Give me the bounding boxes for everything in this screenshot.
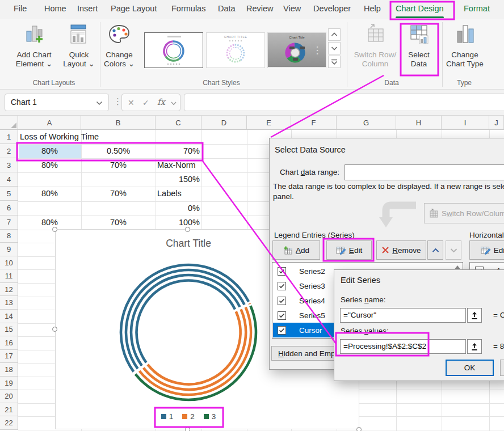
- change-chart-type-button[interactable]: Change Chart Type: [443, 23, 486, 69]
- legend-item-2[interactable]: 2: [182, 412, 195, 421]
- chart-style-thumb-1[interactable]: [144, 32, 203, 68]
- row-header-5[interactable]: 5: [0, 187, 18, 201]
- add-series-button[interactable]: Add: [272, 240, 320, 260]
- series-checkbox[interactable]: [278, 282, 286, 290]
- column-header-C[interactable]: C: [156, 116, 201, 130]
- doughnut-segment[interactable]: [126, 270, 245, 369]
- tab-help[interactable]: Help: [364, 4, 381, 15]
- row-header-6[interactable]: 6: [0, 201, 18, 216]
- column-header-B[interactable]: B: [81, 116, 156, 130]
- cell-A7[interactable]: 80%: [18, 216, 81, 230]
- row-header-13[interactable]: 13: [0, 296, 18, 310]
- column-header-A[interactable]: A: [18, 116, 81, 130]
- tab-page-layout[interactable]: Page Layout: [111, 4, 157, 15]
- cell-A5[interactable]: 80%: [18, 187, 81, 201]
- row-header-2[interactable]: 2: [0, 144, 18, 158]
- cancel-entry-icon[interactable]: ✕: [128, 98, 135, 107]
- series-name-input[interactable]: ="Cursor": [340, 308, 466, 323]
- chart-handle-bottom-right[interactable]: [356, 427, 362, 431]
- gallery-scroll-down-button[interactable]: [328, 42, 341, 54]
- row-header-18[interactable]: 18: [0, 363, 18, 377]
- cell-A1[interactable]: Loss of Working Time: [18, 130, 188, 144]
- horizontal-axis-edit-button[interactable]: Edit: [469, 240, 504, 260]
- chart-handle-top-center[interactable]: [185, 227, 190, 232]
- cancel-button[interactable]: [500, 360, 504, 376]
- cell-C2[interactable]: 70%: [156, 144, 201, 158]
- cell-B3[interactable]: 70%: [81, 158, 156, 172]
- tab-review[interactable]: Review: [246, 4, 274, 15]
- tab-chart-design[interactable]: Chart Design: [396, 4, 444, 15]
- gallery-scroll-up-button[interactable]: [328, 28, 341, 41]
- row-header-4[interactable]: 4: [0, 172, 18, 187]
- column-header-J[interactable]: J: [489, 116, 504, 130]
- doughnut-segment[interactable]: [137, 281, 236, 363]
- doughnut-segment[interactable]: [250, 303, 250, 304]
- series-checkbox[interactable]: [278, 311, 286, 320]
- row-header-11[interactable]: 11: [0, 269, 18, 283]
- ok-button[interactable]: OK: [446, 360, 494, 376]
- chart-style-thumb-3[interactable]: Chart Title■■■: [267, 32, 326, 68]
- cell-B5[interactable]: 70%: [81, 187, 156, 201]
- column-header-G[interactable]: G: [337, 116, 396, 130]
- series-checkbox[interactable]: [278, 267, 286, 276]
- fx-dropdown-icon[interactable]: [171, 102, 177, 105]
- series-values-input[interactable]: =Processing!$A$2:$C$2: [340, 339, 466, 354]
- row-header-20[interactable]: 20: [0, 390, 18, 403]
- chart-handle-middle-left[interactable]: [52, 327, 57, 332]
- cell-C7[interactable]: 100%: [156, 216, 201, 230]
- cell-A2[interactable]: 80%: [18, 144, 81, 158]
- chart-handle-bottom-center[interactable]: [185, 427, 190, 431]
- row-header-9[interactable]: 9: [0, 243, 18, 256]
- column-header-I[interactable]: I: [442, 116, 489, 130]
- row-header-21[interactable]: 21: [0, 403, 18, 417]
- tab-home[interactable]: Home: [44, 4, 66, 15]
- chart-handle-top-left[interactable]: [52, 227, 57, 232]
- tab-file[interactable]: File: [14, 4, 27, 15]
- chart-data-range-input[interactable]: [345, 164, 504, 180]
- tab-insert[interactable]: Insert: [77, 4, 98, 15]
- cell-C4[interactable]: 150%: [156, 172, 201, 187]
- move-series-up-button[interactable]: [427, 240, 443, 260]
- chart-legend[interactable]: 123: [103, 412, 274, 421]
- doughnut-segment[interactable]: [131, 275, 240, 366]
- tab-data[interactable]: Data: [218, 4, 236, 15]
- cell-A3[interactable]: 80%: [18, 158, 81, 172]
- row-header-8[interactable]: 8: [0, 230, 18, 243]
- row-header-1[interactable]: 1: [0, 130, 18, 144]
- cell-B2[interactable]: 0.50%: [81, 144, 156, 158]
- tab-formulas[interactable]: Formulas: [171, 4, 205, 15]
- gallery-more-button[interactable]: [328, 56, 341, 68]
- legend-item-1[interactable]: 1: [161, 412, 174, 421]
- hidden-and-empty-cells-button[interactable]: Hidden and Emp: [271, 346, 337, 361]
- edit-series-button[interactable]: Edit: [326, 240, 372, 260]
- series-name-range-button[interactable]: [467, 308, 482, 323]
- select-all-corner[interactable]: [0, 116, 18, 130]
- column-header-E[interactable]: E: [247, 116, 291, 130]
- row-header-22[interactable]: 22: [0, 416, 18, 430]
- row-header-12[interactable]: 12: [0, 283, 18, 297]
- row-header-7[interactable]: 7: [0, 216, 18, 230]
- tab-view[interactable]: View: [283, 4, 301, 15]
- change-colors-button[interactable]: Change Colors ⌄: [101, 23, 137, 69]
- doughnut-segment[interactable]: [148, 311, 240, 384]
- name-box-dropdown-icon[interactable]: [96, 101, 103, 105]
- row-header-16[interactable]: 16: [0, 336, 18, 350]
- cell-B7[interactable]: 70%: [81, 216, 156, 230]
- column-header-D[interactable]: D: [201, 116, 247, 130]
- tab-developer[interactable]: Developer: [313, 4, 351, 15]
- column-header-H[interactable]: H: [396, 116, 442, 130]
- tab-format[interactable]: Format: [464, 4, 490, 15]
- column-header-F[interactable]: F: [291, 116, 337, 130]
- row-header-19[interactable]: 19: [0, 377, 18, 390]
- cell-C6[interactable]: 0%: [156, 201, 201, 216]
- confirm-entry-icon[interactable]: ✓: [142, 98, 149, 107]
- add-chart-element-button[interactable]: Add Chart Element ⌄: [7, 23, 61, 69]
- series-checkbox[interactable]: [278, 297, 286, 305]
- row-header-14[interactable]: 14: [0, 310, 18, 323]
- chart-style-thumb-2[interactable]: CHART TITLE: [206, 32, 265, 68]
- series-checkbox[interactable]: [278, 326, 286, 335]
- formula-input[interactable]: [184, 94, 504, 111]
- name-box[interactable]: Chart 1: [5, 94, 109, 111]
- row-header-10[interactable]: 10: [0, 256, 18, 270]
- quick-layout-button[interactable]: Quick Layout ⌄: [60, 23, 98, 69]
